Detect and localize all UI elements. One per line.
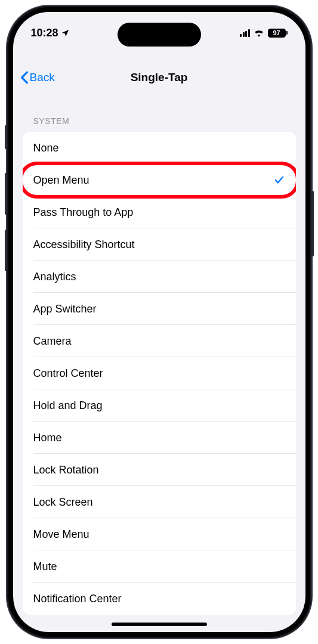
screen: 10:28 97 [13, 12, 305, 632]
list-item-label: Control Center [33, 367, 103, 380]
options-list: NoneOpen MenuPass Through to AppAccessib… [23, 132, 296, 615]
cellular-icon [240, 29, 250, 37]
list-item[interactable]: Pass Through to App [23, 196, 296, 228]
location-icon [61, 29, 70, 38]
status-left: 10:28 [31, 27, 70, 39]
list-item-label: Open Menu [33, 174, 89, 187]
device-frame: 10:28 97 [7, 6, 311, 638]
list-item-label: Analytics [33, 271, 76, 283]
wifi-icon [254, 29, 264, 37]
section-header: SYSTEM [23, 116, 296, 132]
list-item[interactable]: None [23, 132, 296, 164]
list-item[interactable]: Accessibility Shortcut [23, 228, 296, 261]
clock-text: 10:28 [31, 27, 58, 39]
list-item-label: Camera [33, 335, 72, 348]
list-item[interactable]: Home [23, 422, 296, 454]
chevron-back-icon [20, 71, 29, 84]
content-area: SYSTEM NoneOpen MenuPass Through to AppA… [13, 92, 305, 632]
list-item[interactable]: Lock Rotation [23, 454, 296, 486]
dynamic-island [118, 23, 201, 47]
battery-text: 97 [273, 29, 280, 36]
page-title: Single-Tap [131, 71, 188, 84]
list-item[interactable]: Camera [23, 325, 296, 357]
list-item-label: Hold and Drag [33, 400, 103, 412]
battery-icon: 97 [268, 29, 288, 38]
list-item-label: Accessibility Shortcut [33, 239, 135, 251]
list-item[interactable]: Hold and Drag [23, 389, 296, 422]
home-indicator[interactable] [112, 623, 207, 626]
list-item[interactable]: Notification Center [23, 583, 296, 615]
list-item[interactable]: Mute [23, 550, 296, 583]
list-item-label: App Switcher [33, 303, 97, 315]
list-item-label: Lock Rotation [33, 464, 99, 476]
list-item[interactable]: App Switcher [23, 293, 296, 325]
mute-switch [5, 125, 7, 149]
list-item[interactable]: Analytics [23, 261, 296, 293]
back-label: Back [30, 71, 55, 84]
list-item-label: Notification Center [33, 593, 122, 605]
status-right: 97 [240, 29, 288, 38]
volume-down-button [5, 230, 7, 271]
list-item[interactable]: Lock Screen [23, 486, 296, 518]
power-button [311, 191, 314, 256]
list-item-label: None [33, 142, 59, 154]
list-item-label: Move Menu [33, 528, 89, 541]
volume-up-button [5, 173, 7, 215]
list-item[interactable]: Move Menu [23, 518, 296, 550]
checkmark-icon [273, 175, 285, 185]
list-item-label: Pass Through to App [33, 206, 134, 219]
list-item-label: Lock Screen [33, 496, 93, 509]
list-item-label: Home [33, 432, 62, 444]
list-item[interactable]: Open Menu [23, 164, 296, 196]
list-item-label: Mute [33, 561, 57, 573]
back-button[interactable]: Back [20, 71, 55, 84]
list-item[interactable]: Control Center [23, 357, 296, 389]
nav-bar: Back Single-Tap [13, 63, 305, 92]
